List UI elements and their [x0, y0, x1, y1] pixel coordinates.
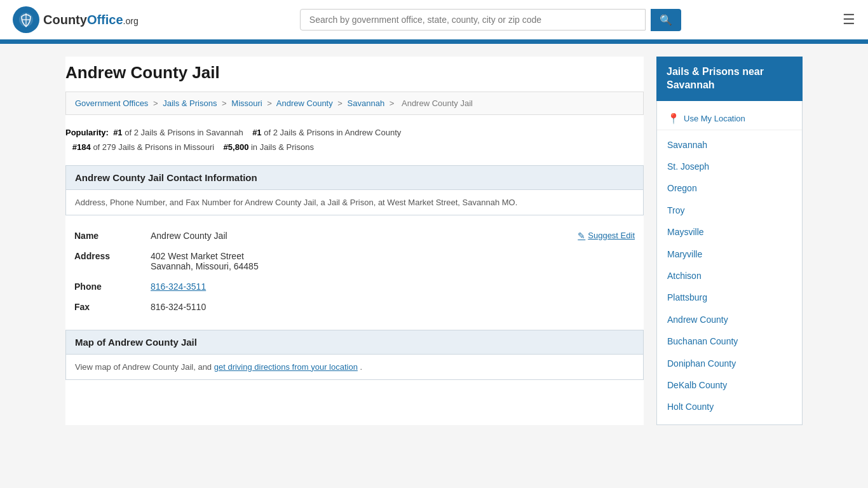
page-title: Andrew County Jail — [65, 57, 644, 83]
suggest-edit-button[interactable]: Suggest Edit — [578, 231, 635, 241]
breadcrumb-current: Andrew County Jail — [402, 98, 473, 108]
breadcrumb-missouri[interactable]: Missouri — [231, 98, 262, 108]
sidebar-link-buchanan-county[interactable]: Buchanan County — [657, 330, 802, 352]
search-input[interactable] — [300, 9, 646, 30]
address-label: Address — [65, 246, 142, 276]
breadcrumb-andrew-county[interactable]: Andrew County — [276, 98, 333, 108]
sidebar-link-doniphan-county[interactable]: Doniphan County — [657, 353, 802, 374]
header: CountyOffice.org 🔍 ☰ — [0, 0, 868, 41]
sidebar-link-troy[interactable]: Troy — [657, 200, 802, 221]
phone-label: Phone — [65, 276, 142, 297]
breadcrumb-jails-prisons[interactable]: Jails & Prisons — [163, 98, 217, 108]
breadcrumb-savannah[interactable]: Savannah — [348, 98, 385, 108]
sidebar-link-oregon[interactable]: Oregon — [657, 177, 802, 199]
popularity-label: Popularity: — [65, 128, 109, 137]
content-area: Andrew County Jail Government Offices > … — [65, 57, 644, 425]
search-area: 🔍 — [300, 9, 681, 31]
sidebar-link-plattsburg[interactable]: Plattsburg — [657, 287, 802, 308]
popularity-info: Popularity: #1 of 2 Jails & Prisons in S… — [65, 125, 644, 155]
sidebar: Jails & Prisons near Savannah 📍 Use My L… — [656, 57, 803, 425]
map-description: View map of Andrew County Jail, and get … — [65, 355, 644, 380]
phone-value: 816-324-3511 — [142, 276, 644, 297]
contact-info-table: Name Andrew County Jail Suggest Edit Add… — [65, 226, 644, 317]
table-row: Address 402 West Market Street Savannah,… — [65, 246, 644, 276]
location-pin-icon: 📍 — [667, 112, 680, 125]
name-label: Name — [65, 226, 142, 246]
table-row: Name Andrew County Jail Suggest Edit — [65, 226, 644, 246]
fax-value: 816-324-5110 — [142, 297, 644, 317]
sidebar-link-st-joseph[interactable]: St. Joseph — [657, 156, 802, 177]
search-button[interactable]: 🔍 — [651, 9, 681, 31]
sidebar-link-maysville[interactable]: Maysville — [657, 221, 802, 243]
map-section-header: Map of Andrew County Jail — [65, 330, 644, 355]
table-row: Phone 816-324-3511 — [65, 276, 644, 297]
sidebar-link-holt-county[interactable]: Holt County — [657, 396, 802, 417]
main-container: Andrew County Jail Government Offices > … — [53, 44, 815, 438]
breadcrumb: Government Offices > Jails & Prisons > M… — [65, 92, 644, 115]
search-icon: 🔍 — [660, 15, 672, 25]
driving-directions-link[interactable]: get driving directions from your locatio… — [214, 362, 358, 372]
sidebar-link-andrew-county[interactable]: Andrew County — [657, 309, 802, 330]
breadcrumb-gov-offices[interactable]: Government Offices — [75, 98, 148, 108]
logo: CountyOffice.org — [13, 6, 139, 33]
menu-button[interactable]: ☰ — [843, 11, 855, 28]
contact-section-header: Andrew County Jail Contact Information — [65, 165, 644, 190]
table-row: Fax 816-324-5110 — [65, 297, 644, 317]
name-value: Andrew County Jail Suggest Edit — [142, 226, 644, 246]
hamburger-icon: ☰ — [843, 11, 855, 27]
sidebar-link-dekalb-county[interactable]: DeKalb County — [657, 374, 802, 396]
sidebar-link-atchison[interactable]: Atchison — [657, 265, 802, 287]
logo-text: CountyOffice.org — [43, 13, 139, 27]
sidebar-link-maryville[interactable]: Maryville — [657, 243, 802, 265]
use-my-location-link[interactable]: 📍 Use My Location — [657, 107, 802, 130]
sidebar-header: Jails & Prisons near Savannah — [656, 57, 803, 101]
logo-icon — [13, 6, 39, 33]
address-value: 402 West Market Street Savannah, Missour… — [142, 246, 644, 276]
sidebar-body: 📍 Use My Location Savannah St. Joseph Or… — [656, 101, 803, 425]
phone-link[interactable]: 816-324-3511 — [151, 281, 206, 292]
sidebar-link-savannah[interactable]: Savannah — [657, 134, 802, 156]
fax-label: Fax — [65, 297, 142, 317]
contact-description: Address, Phone Number, and Fax Number fo… — [65, 190, 644, 215]
